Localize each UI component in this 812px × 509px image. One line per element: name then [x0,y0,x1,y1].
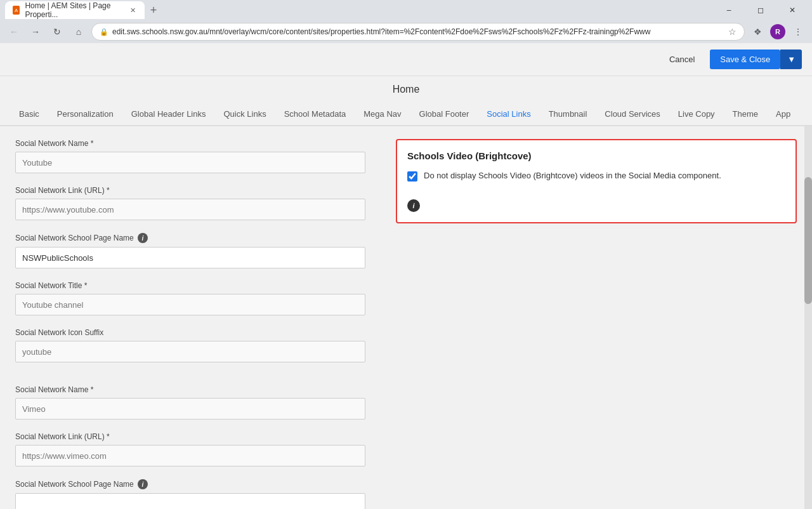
social-network-page-name-1-section: Social Network School Page Name i [15,233,365,268]
page-name-2-info-icon[interactable]: i [138,479,148,489]
new-tab-button[interactable]: + [145,1,162,19]
tab-school-metadata[interactable]: School Metadata [275,103,355,126]
cancel-button[interactable]: Cancel [659,50,705,69]
profile-avatar: R [770,24,785,39]
tab-mega-nav[interactable]: Mega Nav [355,103,410,126]
social-network-name-2-input[interactable] [15,398,365,420]
scrollbar-thumb[interactable] [804,177,812,304]
social-network-page-name-2-section: Social Network School Page Name i [15,479,365,509]
tab-global-header[interactable]: Global Header Links [122,103,215,126]
url-bar[interactable]: 🔒 edit.sws.schools.nsw.gov.au/mnt/overla… [91,23,745,41]
tab-app[interactable]: App [767,103,799,126]
save-close-button[interactable]: Save & Close [710,50,780,69]
tab-favicon: A [13,6,20,15]
scrollbar[interactable] [804,126,812,509]
social-network-title-1-label: Social Network Title * [15,281,365,290]
minimize-button[interactable]: – [714,0,743,20]
social-network-link-1-input[interactable] [15,199,365,220]
page-name-1-info-icon[interactable]: i [138,233,148,243]
social-network-name-2-section: Social Network Name * [15,385,365,420]
right-panel: Schools Video (Brightcove) Do not displa… [381,126,812,509]
social-network-name-1-input[interactable] [15,152,365,173]
tab-global-footer[interactable]: Global Footer [410,103,478,126]
url-text: edit.sws.schools.nsw.gov.au/mnt/overlay/… [112,27,724,36]
tab-thumbnail[interactable]: Thumbnail [540,103,596,126]
main-content: Social Network Name * Social Network Lin… [0,126,812,509]
social-network-page-name-2-label: Social Network School Page Name i [15,479,365,489]
menu-icon[interactable]: ⋮ [789,23,807,41]
refresh-button[interactable]: ↻ [48,23,66,41]
bookmark-icon[interactable]: ☆ [728,27,737,37]
social-network-name-1-label: Social Network Name * [15,139,365,148]
extensions-icon[interactable]: ❖ [749,23,766,41]
tab-close-button[interactable]: ✕ [129,5,137,15]
close-button[interactable]: ✕ [778,0,807,20]
window-controls: – ◻ ✕ [714,0,807,20]
social-network-name-1-section: Social Network Name * [15,139,365,173]
social-network-page-name-1-label: Social Network School Page Name i [15,233,365,243]
social-network-title-1-input[interactable] [15,294,365,315]
social-network-title-1-section: Social Network Title * [15,281,365,315]
social-network-icon-suffix-input[interactable] [15,341,365,362]
tab-quick-links[interactable]: Quick Links [214,103,275,126]
title-bar: A Home | AEM Sites | Page Properti... ✕ … [0,0,812,20]
social-network-name-2-label: Social Network Name * [15,385,365,394]
tab-basic[interactable]: Basic [10,103,48,126]
page-title: Home [0,76,812,103]
action-bar: Cancel Save & Close ▼ [0,43,812,76]
schools-video-title: Schools Video (Brightcove) [407,150,785,161]
back-button[interactable]: ← [5,23,23,41]
maximize-button[interactable]: ◻ [746,0,775,20]
social-network-link-1-label: Social Network Link (URL) * [15,186,365,195]
left-panel: Social Network Name * Social Network Lin… [0,126,381,509]
social-network-link-2-input[interactable] [15,445,365,466]
app-wrapper: Cancel Save & Close ▼ Home Basic Persona… [0,43,812,509]
social-network-link-1-section: Social Network Link (URL) * [15,186,365,220]
lock-icon: 🔒 [100,28,108,36]
brightcove-checkbox[interactable] [407,171,417,182]
brightcove-checkbox-label: Do not display Schools Video (Brightcove… [424,170,721,182]
social-network-link-2-label: Social Network Link (URL) * [15,432,365,441]
social-network-page-name-1-input[interactable] [15,247,365,268]
social-network-icon-suffix-label: Social Network Icon Suffix [15,328,365,337]
brightcove-info-icon[interactable]: i [407,199,420,212]
brightcove-checkbox-row: Do not display Schools Video (Brightcove… [407,170,785,182]
tabs-bar: Basic Personalization Global Header Link… [0,103,812,126]
social-network-link-2-section: Social Network Link (URL) * [15,432,365,466]
tab-title: Home | AEM Sites | Page Properti... [25,1,123,19]
tab-cloud-services[interactable]: Cloud Services [596,103,669,126]
browser-tab[interactable]: A Home | AEM Sites | Page Properti... ✕ [5,1,145,19]
schools-video-card: Schools Video (Brightcove) Do not displa… [396,139,797,223]
tab-theme[interactable]: Theme [724,103,767,126]
toolbar-icons: ❖ R ⋮ [749,23,807,41]
social-network-page-name-2-input[interactable] [15,493,365,509]
social-network-icon-suffix-section: Social Network Icon Suffix [15,328,365,362]
save-dropdown-button[interactable]: ▼ [780,50,802,69]
tab-social-links[interactable]: Social Links [478,103,539,126]
home-button[interactable]: ⌂ [70,23,88,41]
tab-live-copy[interactable]: Live Copy [669,103,724,126]
forward-button[interactable]: → [27,23,44,41]
browser-chrome: A Home | AEM Sites | Page Properti... ✕ … [0,0,812,43]
profile-icon[interactable]: R [769,23,787,41]
address-bar: ← → ↻ ⌂ 🔒 edit.sws.schools.nsw.gov.au/mn… [0,20,812,43]
tab-personalization[interactable]: Personalization [48,103,122,126]
